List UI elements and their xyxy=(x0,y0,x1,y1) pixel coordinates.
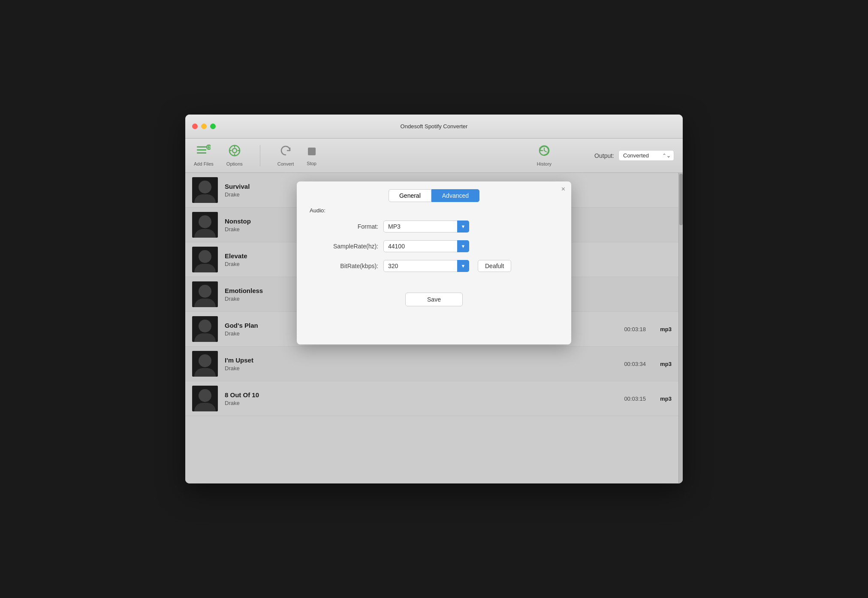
stop-icon xyxy=(307,145,316,159)
samplerate-row: SampleRate(hz): 44100 22050 48000 96000 … xyxy=(310,240,558,252)
modal-tabs: General Advanced xyxy=(297,181,571,207)
output-select[interactable]: Converted xyxy=(618,150,674,161)
format-label: Format: xyxy=(310,223,378,230)
options-button[interactable]: Options xyxy=(226,145,243,166)
svg-line-15 xyxy=(544,151,546,152)
output-label: Output: xyxy=(594,152,614,159)
svg-rect-0 xyxy=(197,146,206,148)
bitrate-label: BitRate(kbps): xyxy=(310,263,378,269)
output-select-wrapper: Converted ⌃⌄ xyxy=(618,150,674,161)
history-icon xyxy=(538,145,551,160)
audio-section-label: Audio: xyxy=(310,207,558,214)
add-files-button[interactable]: Add Files xyxy=(194,145,214,166)
samplerate-select-wrapper: 44100 22050 48000 96000 ▼ xyxy=(383,240,469,252)
settings-modal: × General Advanced Audio: Format: MP3 xyxy=(297,181,571,344)
format-row: Format: MP3 AAC FLAC WAV OGG ▼ xyxy=(310,220,558,233)
window-title: Ondesoft Spotify Converter xyxy=(401,123,468,130)
svg-rect-1 xyxy=(197,149,206,151)
titlebar: Ondesoft Spotify Converter xyxy=(185,115,683,139)
options-label: Options xyxy=(226,161,243,166)
svg-point-7 xyxy=(232,148,237,153)
add-files-icon xyxy=(197,145,211,160)
main-window: Ondesoft Spotify Converter Add Files xyxy=(185,115,683,483)
history-button[interactable]: History xyxy=(537,145,552,166)
format-select-wrapper: MP3 AAC FLAC WAV OGG ▼ xyxy=(383,220,469,233)
window-controls xyxy=(192,124,216,129)
content-area: Survival Drake Nonstop Drake Elevate Dra… xyxy=(185,173,683,483)
maximize-button[interactable] xyxy=(210,124,216,129)
close-button[interactable] xyxy=(192,124,198,129)
samplerate-select[interactable]: 44100 22050 48000 96000 xyxy=(383,240,469,252)
modal-overlay: × General Advanced Audio: Format: MP3 xyxy=(185,173,683,483)
history-label: History xyxy=(537,161,552,166)
format-select[interactable]: MP3 AAC FLAC WAV OGG xyxy=(383,220,469,233)
output-area: Output: Converted ⌃⌄ xyxy=(594,150,674,161)
bitrate-row: BitRate(kbps): 320 256 192 128 96 ▼ De xyxy=(310,260,558,272)
stop-button[interactable]: Stop xyxy=(307,145,316,166)
convert-icon xyxy=(279,145,292,160)
convert-label: Convert xyxy=(277,161,294,166)
options-icon xyxy=(229,145,241,160)
svg-rect-12 xyxy=(308,148,316,155)
default-button[interactable]: Deafult xyxy=(478,260,511,272)
tab-advanced[interactable]: Advanced xyxy=(431,189,479,202)
save-button[interactable]: Save xyxy=(405,293,463,306)
modal-close-button[interactable]: × xyxy=(561,186,565,193)
modal-footer: Save xyxy=(297,288,571,317)
samplerate-label: SampleRate(hz): xyxy=(310,243,378,250)
convert-button[interactable]: Convert xyxy=(277,145,294,166)
bitrate-select[interactable]: 320 256 192 128 96 xyxy=(383,260,469,272)
add-files-label: Add Files xyxy=(194,161,214,166)
toolbar: Add Files Options xyxy=(185,139,683,173)
bitrate-select-wrapper: 320 256 192 128 96 ▼ xyxy=(383,260,469,272)
minimize-button[interactable] xyxy=(201,124,207,129)
tab-general[interactable]: General xyxy=(389,189,431,202)
stop-label: Stop xyxy=(307,161,316,166)
svg-rect-2 xyxy=(197,152,206,154)
modal-body: Audio: Format: MP3 AAC FLAC WAV OGG xyxy=(297,207,571,288)
